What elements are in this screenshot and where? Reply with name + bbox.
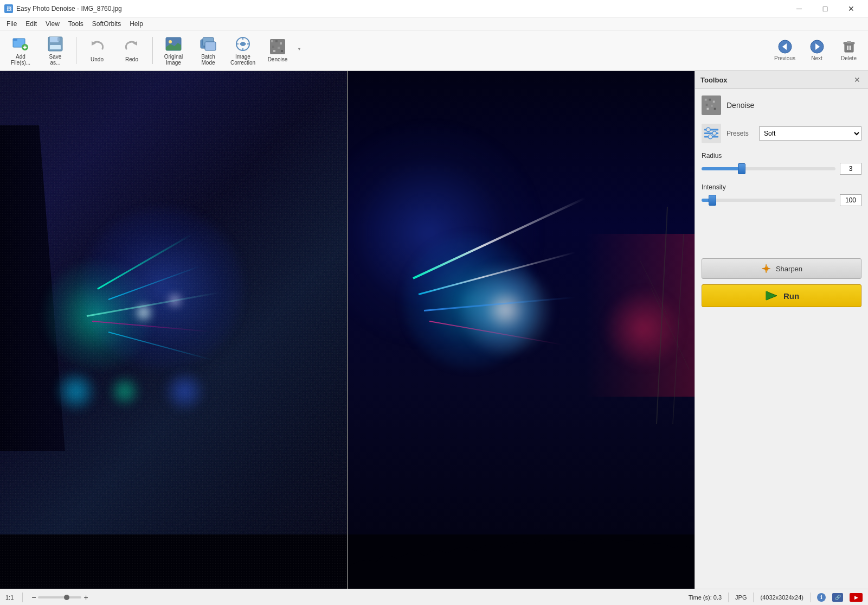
zoom-slider-container: − + (31, 594, 88, 601)
svg-rect-6 (50, 37, 59, 42)
laser-1 (97, 234, 192, 290)
toolbar-separator-1 (76, 37, 76, 64)
laser-4 (92, 321, 211, 332)
add-files-label: Add File(s)... (11, 54, 30, 66)
svg-rect-22 (271, 40, 273, 42)
undo-icon (88, 38, 106, 55)
toolbar-separator-2 (152, 37, 153, 64)
toolbar-dropdown-arrow[interactable]: ▼ (297, 47, 301, 52)
image-correction-icon (234, 35, 252, 53)
presets-row: Presets Soft Medium Strong Custom (702, 124, 861, 143)
denoise-toolbar-label: Denoise (268, 56, 288, 62)
svg-rect-46 (713, 101, 715, 103)
zoom-thumb[interactable] (64, 595, 69, 600)
laser-5 (108, 332, 214, 361)
youtube-icon[interactable]: ▶ (850, 593, 863, 602)
laser-3 (87, 292, 221, 317)
status-right: Time (s): 0.3 JPG (4032x3024x24) ℹ 🔗 ▶ (689, 593, 863, 602)
svg-rect-15 (205, 42, 216, 50)
svg-point-12 (169, 40, 172, 43)
stage-light-3 (163, 370, 206, 413)
add-files-icon (12, 35, 29, 53)
original-image-label: Original Image (164, 54, 183, 66)
svg-rect-23 (275, 40, 278, 42)
previous-button[interactable]: Previous (770, 33, 800, 68)
radius-slider-row (702, 163, 861, 175)
intensity-slider-track[interactable] (702, 199, 835, 202)
menu-edit[interactable]: Edit (21, 19, 41, 29)
menu-file[interactable]: File (2, 19, 21, 29)
toolbox-header: Toolbox ✕ (695, 71, 868, 89)
status-sep-2 (728, 593, 729, 602)
crowd-silhouette (0, 534, 347, 589)
status-bar: 1:1 − + Time (s): 0.3 JPG (4032x3024x24)… (0, 589, 868, 605)
radius-label: Radius (702, 152, 861, 160)
denoise-icon-box (702, 95, 721, 115)
add-files-button[interactable]: Add File(s)... (4, 33, 37, 68)
intensity-section: Intensity (702, 183, 861, 206)
save-as-button[interactable]: Save as... (39, 33, 72, 68)
delete-button[interactable]: Delete (834, 33, 864, 68)
main-area: Toolbox ✕ Denois (0, 71, 868, 589)
denoise-toolbar-button[interactable]: Denoise (261, 33, 294, 68)
original-image-button[interactable]: Original Image (157, 33, 190, 68)
svg-rect-8 (57, 37, 60, 41)
info-icon[interactable]: ℹ (817, 593, 826, 602)
svg-rect-7 (50, 45, 61, 49)
svg-point-54 (706, 128, 711, 132)
next-label: Next (811, 55, 822, 61)
radius-slider-track[interactable] (702, 167, 835, 170)
intensity-slider-thumb[interactable] (709, 195, 716, 206)
toolbox-close-button[interactable]: ✕ (852, 74, 863, 85)
run-icon (764, 290, 779, 301)
zoom-slider[interactable] (38, 596, 81, 598)
sharpen-icon (761, 263, 771, 274)
sharpen-button[interactable]: Sharpen (702, 258, 861, 279)
menu-bar: File Edit View Tools SoftOrbits Help (0, 17, 868, 30)
close-button[interactable]: ✕ (839, 0, 864, 17)
zoom-level: 1:1 (5, 594, 14, 601)
batch-mode-icon (200, 35, 217, 53)
next-button[interactable]: Next (802, 33, 832, 68)
svg-rect-26 (278, 47, 280, 49)
status-sep-3 (753, 593, 754, 602)
batch-mode-button[interactable]: Batch Mode (192, 33, 224, 68)
presets-select[interactable]: Soft Medium Strong Custom (759, 126, 861, 141)
time-display: Time (s): 0.3 (689, 594, 722, 601)
undo-label: Undo (91, 56, 104, 62)
undo-button[interactable]: Undo (81, 33, 113, 68)
tree-silhouette (0, 125, 65, 451)
zoom-minus[interactable]: − (31, 594, 36, 601)
toolbar: Add File(s)... Save as... Undo (0, 30, 868, 71)
image-divider[interactable] (347, 71, 348, 589)
maximize-button[interactable]: □ (813, 0, 838, 17)
sharpen-label: Sharpen (776, 265, 802, 273)
laser-2 (108, 265, 201, 300)
menu-softorbits[interactable]: SoftOrbits (88, 19, 125, 29)
radius-input[interactable] (840, 163, 861, 174)
menu-tools[interactable]: Tools (64, 19, 88, 29)
crowd-after (348, 534, 695, 589)
presets-label: Presets (726, 130, 754, 137)
original-image-icon (165, 35, 182, 53)
radius-slider-thumb[interactable] (738, 163, 745, 174)
after-concert-scene (348, 71, 695, 589)
toolbar-nav: Previous Next De (770, 33, 864, 68)
radius-section: Radius (702, 152, 861, 175)
share-icon[interactable]: 🔗 (832, 593, 843, 602)
menu-help[interactable]: Help (125, 19, 147, 29)
menu-view[interactable]: View (41, 19, 64, 29)
denoise-section-label: Denoise (726, 101, 754, 110)
svg-rect-47 (706, 104, 708, 106)
run-label: Run (783, 291, 799, 301)
redo-button[interactable]: Redo (115, 33, 148, 68)
svg-rect-48 (711, 105, 713, 107)
status-sep-1 (22, 593, 23, 602)
run-button[interactable]: Run (702, 284, 861, 307)
image-correction-button[interactable]: Image Correction (227, 33, 259, 68)
denoise-section: Denoise (702, 95, 861, 115)
zoom-plus[interactable]: + (83, 594, 88, 601)
after-image (348, 71, 695, 589)
intensity-input[interactable] (840, 195, 861, 206)
minimize-button[interactable]: ─ (787, 0, 812, 17)
